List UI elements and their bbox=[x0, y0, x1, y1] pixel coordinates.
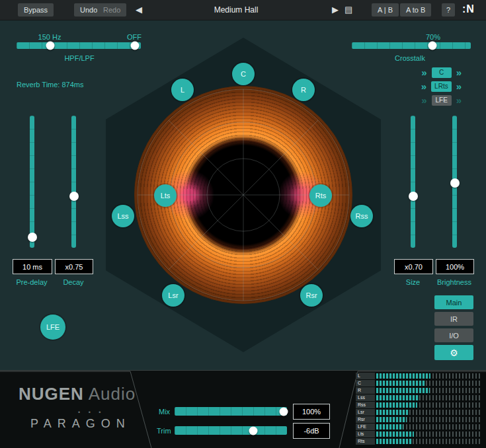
ab-compare-button[interactable]: A | B bbox=[372, 3, 399, 17]
route-in-chevron-icon[interactable]: » bbox=[421, 96, 426, 105]
routing-lfe-button[interactable]: LFE bbox=[432, 95, 452, 106]
brightness-value[interactable]: 100% bbox=[436, 259, 474, 274]
redo-button[interactable]: Redo bbox=[97, 3, 126, 17]
mix-handle[interactable] bbox=[279, 407, 288, 416]
predelay-value[interactable]: 10 ms bbox=[13, 259, 52, 274]
route-out-chevron-icon[interactable]: » bbox=[456, 96, 462, 105]
mix-slider[interactable] bbox=[175, 407, 287, 416]
channel-node-lss[interactable]: Lss bbox=[112, 205, 134, 227]
meter-channel-label: Lss bbox=[356, 394, 375, 401]
channel-node-rss[interactable]: Rss bbox=[350, 205, 373, 227]
channel-node-rts[interactable]: Rts bbox=[309, 184, 332, 207]
meter-channel-label: R bbox=[356, 387, 375, 394]
io-view-button[interactable]: I/O bbox=[434, 328, 473, 342]
route-out-chevron-icon[interactable]: » bbox=[456, 82, 462, 91]
meter-track bbox=[376, 424, 481, 429]
ir-view-button[interactable]: IR bbox=[434, 312, 473, 326]
preset-name[interactable]: Medium Hall bbox=[183, 5, 289, 15]
route-out-chevron-icon[interactable]: » bbox=[456, 68, 462, 77]
size-fader[interactable] bbox=[411, 116, 415, 248]
brand-secondary: Audio bbox=[89, 384, 136, 404]
decay-value[interactable]: x0.75 bbox=[55, 259, 93, 274]
meter-channel-label: Lts bbox=[356, 431, 375, 437]
crosstalk-handle[interactable] bbox=[428, 42, 437, 50]
meter-bar bbox=[376, 402, 417, 408]
brand-logo: NUGEN Audio bbox=[19, 384, 136, 404]
a-to-b-button[interactable]: A to B bbox=[400, 3, 431, 17]
route-in-chevron-icon[interactable]: » bbox=[421, 68, 426, 77]
predelay-handle[interactable] bbox=[28, 233, 37, 242]
help-button[interactable]: ? bbox=[442, 3, 455, 17]
routing-lrts-button[interactable]: LRts bbox=[431, 81, 452, 92]
next-preset-icon[interactable]: ▶ bbox=[332, 5, 339, 15]
preset-list-icon[interactable]: ▤ bbox=[344, 5, 352, 15]
meter-bar bbox=[376, 417, 407, 422]
meter-bar bbox=[376, 424, 403, 429]
crosstalk-slider[interactable] bbox=[352, 42, 471, 49]
main-view-button[interactable]: Main bbox=[434, 295, 473, 309]
bypass-button[interactable]: Bypass bbox=[18, 3, 54, 17]
trim-label: Trim bbox=[157, 427, 171, 435]
meter-channel-label: Rsr bbox=[356, 416, 375, 423]
meter-channel-label: Rss bbox=[356, 402, 375, 408]
channel-node-lsr[interactable]: Lsr bbox=[162, 284, 184, 307]
channel-node-c[interactable]: C bbox=[232, 63, 255, 85]
brand-primary: NUGEN bbox=[19, 384, 84, 404]
channel-node-lfe[interactable]: LFE bbox=[40, 315, 65, 340]
predelay-fader[interactable] bbox=[30, 116, 34, 248]
channel-node-r[interactable]: R bbox=[292, 79, 315, 101]
meter-track bbox=[376, 388, 481, 393]
meter-bar bbox=[376, 395, 419, 400]
meter-channel-label: L bbox=[356, 373, 375, 379]
meter-track bbox=[376, 395, 481, 400]
route-in-chevron-icon[interactable]: » bbox=[421, 82, 426, 91]
meter-row: Rss bbox=[356, 402, 481, 408]
decay-label: Decay bbox=[55, 278, 92, 286]
trim-value[interactable]: -6dB bbox=[293, 423, 330, 439]
meter-track bbox=[376, 417, 481, 422]
meter-track bbox=[376, 410, 481, 415]
size-handle[interactable] bbox=[409, 192, 418, 201]
meter-row: R bbox=[356, 387, 481, 394]
brightness-fader[interactable] bbox=[452, 116, 457, 248]
paragon-plugin-window: Bypass Undo Redo ◀ Medium Hall ▶ ▤ A | B… bbox=[0, 0, 486, 448]
hpf-handle[interactable] bbox=[46, 42, 54, 50]
reverb-time-readout: Reverb Time: 874ms bbox=[17, 81, 83, 89]
decay-fader[interactable] bbox=[71, 116, 76, 248]
channel-node-l[interactable]: L bbox=[171, 79, 194, 101]
meter-bar bbox=[376, 381, 425, 386]
mix-value[interactable]: 100% bbox=[293, 404, 330, 420]
predelay-label: Pre-delay bbox=[13, 278, 51, 286]
meter-bar bbox=[376, 373, 430, 379]
lpf-value-label: OFF bbox=[118, 33, 151, 41]
brand-dots-icon: • • • bbox=[78, 409, 104, 416]
meter-track bbox=[376, 439, 481, 444]
trim-slider[interactable] bbox=[175, 426, 287, 435]
meter-row: Rts bbox=[356, 438, 481, 445]
mix-label: Mix bbox=[159, 408, 170, 416]
meter-bar bbox=[376, 388, 430, 393]
meter-bar bbox=[376, 410, 409, 415]
meter-row: Lts bbox=[356, 431, 481, 437]
hpf-lpf-slider[interactable] bbox=[17, 42, 141, 49]
meter-row: Lsr bbox=[356, 409, 481, 416]
routing-row-lrts: » LRts » bbox=[384, 81, 462, 92]
meter-channel-label: C bbox=[356, 380, 375, 387]
product-name: PARAGON bbox=[30, 417, 131, 431]
meter-row: Rsr bbox=[356, 416, 481, 423]
previous-preset-icon[interactable]: ◀ bbox=[136, 5, 142, 15]
top-toolbar: Bypass Undo Redo ◀ Medium Hall ▶ ▤ A | B… bbox=[0, 0, 486, 20]
crosstalk-label: Crosstalk bbox=[370, 54, 450, 62]
size-value[interactable]: x0.70 bbox=[394, 259, 433, 274]
meter-track bbox=[376, 381, 481, 386]
channel-node-rsr[interactable]: Rsr bbox=[300, 284, 323, 307]
routing-c-button[interactable]: C bbox=[432, 67, 452, 78]
meter-track bbox=[376, 402, 481, 408]
decay-handle[interactable] bbox=[69, 192, 79, 201]
lpf-handle[interactable] bbox=[130, 42, 139, 50]
gear-icon[interactable]: ⚙ bbox=[434, 345, 473, 360]
brightness-handle[interactable] bbox=[450, 178, 460, 188]
channel-node-lts[interactable]: Lts bbox=[154, 184, 177, 207]
trim-handle[interactable] bbox=[249, 426, 258, 435]
hpf-value-label: 150 Hz bbox=[33, 33, 66, 41]
